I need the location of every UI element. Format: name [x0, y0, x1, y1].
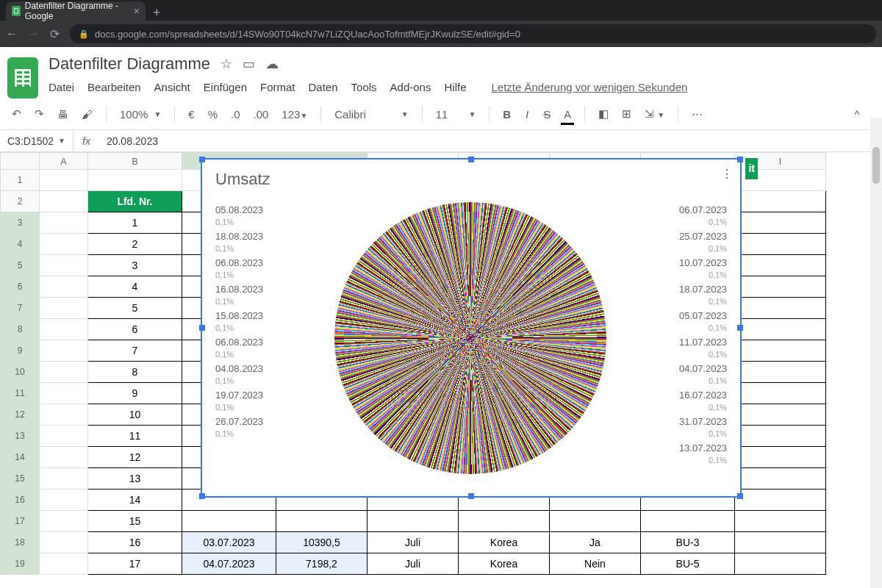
cell[interactable]	[735, 212, 826, 234]
dec-increase-button[interactable]: .00	[248, 105, 273, 123]
cell[interactable]	[735, 553, 826, 575]
cell[interactable]: 11	[88, 426, 182, 447]
borders-button[interactable]: ⊞	[617, 104, 636, 123]
cell[interactable]	[735, 447, 826, 468]
cell[interactable]: Juli	[368, 553, 459, 575]
strike-button[interactable]: S	[539, 105, 555, 123]
menu-addons[interactable]: Add-ons	[390, 81, 431, 93]
row-header[interactable]: 11	[0, 383, 40, 404]
row-header[interactable]: 15	[0, 468, 40, 490]
cell[interactable]	[40, 426, 88, 447]
cell[interactable]: 3	[88, 255, 182, 276]
menu-hilfe[interactable]: Hilfe	[444, 81, 466, 93]
cell[interactable]	[550, 511, 641, 532]
row-header[interactable]: 16	[0, 490, 40, 511]
cell[interactable]: Lfd. Nr.	[88, 191, 182, 212]
cell[interactable]	[735, 340, 826, 362]
browser-tab[interactable]: Datenfilter Diagramme - Google ×	[6, 1, 146, 21]
col-header-A[interactable]: A	[40, 152, 88, 170]
cell[interactable]: 15	[88, 511, 182, 532]
menu-ansicht[interactable]: Ansicht	[154, 81, 190, 93]
name-box[interactable]: C3:D1502▼	[0, 130, 74, 151]
bold-button[interactable]: B	[498, 105, 515, 123]
row-header[interactable]: 12	[0, 404, 40, 426]
cell[interactable]	[735, 383, 826, 404]
cell[interactable]: 10390,5	[276, 532, 368, 553]
reload-icon[interactable]: ⟳	[50, 27, 60, 41]
chart-object[interactable]: it Umsatz ⋮ 05.08.20230,1%18.08.20230,1%…	[201, 158, 742, 498]
cell[interactable]	[735, 532, 826, 553]
cell[interactable]	[368, 511, 459, 532]
cell[interactable]: BU-5	[641, 553, 735, 575]
fill-color-button[interactable]: ◧	[594, 104, 613, 123]
cell[interactable]: BU-3	[641, 532, 735, 553]
cell[interactable]	[40, 532, 88, 553]
cell[interactable]: 14	[88, 490, 182, 511]
cell[interactable]: Juli	[368, 532, 459, 553]
cell[interactable]	[735, 191, 826, 212]
formula-input[interactable]: 20.08.2023	[99, 135, 158, 147]
cell[interactable]: 6	[88, 319, 182, 340]
star-icon[interactable]: ☆	[220, 56, 232, 72]
cell[interactable]: 4	[88, 276, 182, 298]
row-header[interactable]: 13	[0, 426, 40, 447]
row-header[interactable]: 2	[0, 191, 40, 212]
cell[interactable]: 2	[88, 234, 182, 255]
cell[interactable]: 12	[88, 447, 182, 468]
cell[interactable]	[735, 276, 826, 298]
cell[interactable]	[40, 319, 88, 340]
cloud-icon[interactable]: ☁	[265, 56, 279, 72]
cell[interactable]	[735, 298, 826, 319]
cell[interactable]	[40, 404, 88, 426]
row-header[interactable]: 6	[0, 276, 40, 298]
num-format-button[interactable]: 123▼	[277, 105, 312, 123]
cell[interactable]: 04.07.2023	[182, 553, 276, 575]
font-select[interactable]: Calibri▼	[330, 108, 412, 121]
cell[interactable]: 17	[88, 553, 182, 575]
cell[interactable]	[459, 511, 550, 532]
dec-decrease-button[interactable]: .0	[226, 105, 245, 123]
cell[interactable]	[40, 255, 88, 276]
cell[interactable]	[40, 234, 88, 255]
cell[interactable]: 7198,2	[276, 553, 368, 575]
print-icon[interactable]: 🖶	[53, 105, 73, 123]
cell[interactable]: Ja	[550, 532, 641, 553]
collapse-icon[interactable]: ^	[850, 105, 864, 123]
cell[interactable]	[40, 490, 88, 511]
menu-einfuegen[interactable]: Einfügen	[204, 81, 247, 93]
chart-menu-icon[interactable]: ⋮	[721, 167, 733, 181]
cell[interactable]: Korea	[459, 532, 550, 553]
cell[interactable]	[735, 468, 826, 490]
more-icon[interactable]: ⋯	[687, 104, 707, 123]
cell[interactable]	[40, 447, 88, 468]
cell[interactable]	[40, 383, 88, 404]
cell[interactable]	[735, 511, 826, 532]
row-header[interactable]: 10	[0, 362, 40, 383]
cell[interactable]: 5	[88, 298, 182, 319]
currency-button[interactable]: €	[184, 105, 198, 123]
cell[interactable]	[40, 468, 88, 490]
row-header[interactable]: 1	[0, 170, 40, 191]
cell[interactable]: 13	[88, 468, 182, 490]
cell[interactable]	[40, 298, 88, 319]
cell[interactable]: 8	[88, 362, 182, 383]
zoom-select[interactable]: 100%▼	[115, 108, 165, 121]
cell[interactable]	[735, 404, 826, 426]
undo-icon[interactable]: ↶	[7, 104, 26, 123]
row-header[interactable]: 17	[0, 511, 40, 532]
last-edit-link[interactable]: Letzte Änderung vor wenigen Sekunden	[491, 81, 687, 93]
cell[interactable]	[88, 170, 182, 191]
url-input[interactable]: 🔒 docs.google.com/spreadsheets/d/14SWo90…	[70, 24, 876, 43]
cell[interactable]	[40, 553, 88, 575]
menu-bearbeiten[interactable]: Bearbeiten	[87, 81, 141, 93]
cell[interactable]: 16	[88, 532, 182, 553]
cell[interactable]: Korea	[459, 553, 550, 575]
cell[interactable]	[40, 362, 88, 383]
cell[interactable]	[735, 362, 826, 383]
menu-format[interactable]: Format	[260, 81, 295, 93]
select-all-corner[interactable]	[0, 152, 40, 170]
cell[interactable]	[735, 255, 826, 276]
menu-tools[interactable]: Tools	[351, 81, 377, 93]
cell[interactable]	[40, 212, 88, 234]
cell[interactable]	[40, 511, 88, 532]
